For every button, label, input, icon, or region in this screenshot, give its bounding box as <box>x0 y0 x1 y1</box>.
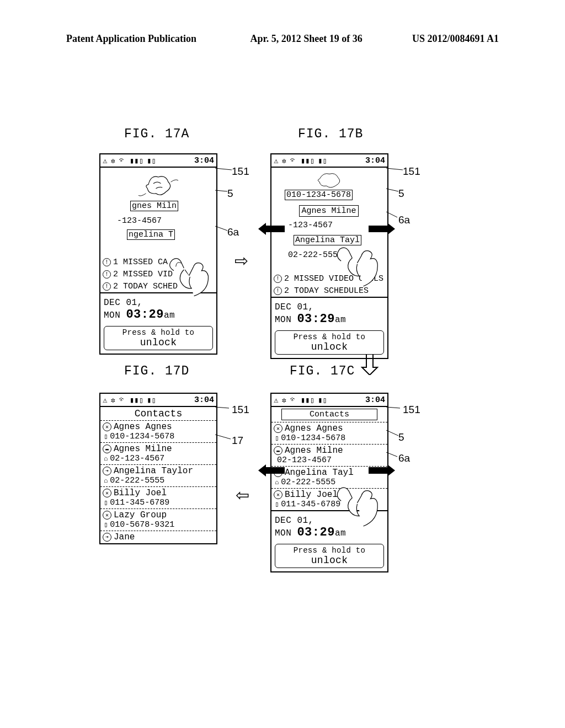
svg-line-7 <box>215 435 231 439</box>
signal-icon: ▮▮▯ <box>301 395 315 405</box>
phone-screen-17a: ⚠ ✲ ᯤ ▮▮▯ ▮▯ 3:04 gnes Miln -123-4567 ng… <box>99 153 217 355</box>
contact-row[interactable]: ▬Agnes Milne02-123-4567 <box>271 445 387 467</box>
battery-icon: ▮▯ <box>147 395 156 405</box>
status-time: 3:04 <box>194 395 214 405</box>
wifi-icon: ᯤ <box>119 395 126 404</box>
contact-phone: 011-345-6789 <box>281 500 340 509</box>
svg-line-9 <box>386 430 398 436</box>
status-time: 3:04 <box>365 156 385 165</box>
expand-arrow-right-c <box>369 464 395 477</box>
call-status-icon: ✕ <box>103 489 111 497</box>
number-1: 010-1234-5678 <box>285 190 353 200</box>
svg-line-3 <box>386 168 403 170</box>
call-status-icon: ✕ <box>274 424 282 433</box>
contact-row[interactable]: ➔Angelina Taylor⌂02-222-5555 <box>100 465 216 487</box>
svg-line-6 <box>215 407 229 408</box>
contact-name: Angelina Taylor <box>114 466 193 476</box>
figure-label-17c: FIG. 17C <box>290 364 355 378</box>
contacts-title-box: Contacts <box>281 409 377 420</box>
unlock-button[interactable]: Press & hold to unlock <box>275 544 384 568</box>
unlock-button[interactable]: Press & hold to unlock <box>104 326 213 350</box>
contact-row[interactable]: ▬Agnes Milne⌂02-123-4567 <box>100 443 216 465</box>
phone-screen-17c: ⚠ ✲ ᯤ ▮▮▯ ▮▯ 3:04 Contacts ✕Agnes Agnes▯… <box>270 393 388 572</box>
transition-arrow-left: ⇦ <box>236 485 249 505</box>
alert-icon: ! <box>103 270 111 279</box>
contact-row[interactable]: ➔Jane <box>100 531 216 543</box>
call-status-icon: ➔ <box>103 533 111 542</box>
svg-line-0 <box>215 168 232 170</box>
phone-type-icon: ▯ <box>275 500 279 508</box>
wifi-icon: ᯤ <box>119 156 126 165</box>
alert-icon: ! <box>103 282 111 291</box>
contact-row[interactable]: ✕Billy Joel▯011-345-6789 <box>100 487 216 509</box>
call-status-icon: ✕ <box>103 511 111 520</box>
svg-line-5 <box>386 212 397 217</box>
rose-illustration <box>271 168 387 190</box>
figure-label-17d: FIG. 17D <box>124 364 189 378</box>
phone-type-icon: ▯ <box>275 434 279 442</box>
bluetooth-icon: ✲ <box>110 156 115 165</box>
bluetooth-icon: ✲ <box>281 156 286 165</box>
warning-icon: ⚠ <box>103 395 107 405</box>
alert-icon: ! <box>274 275 282 283</box>
leader-lines-d <box>215 397 237 447</box>
bluetooth-icon: ✲ <box>110 395 115 405</box>
phone-type-icon: ▯ <box>104 521 108 529</box>
svg-line-1 <box>215 190 227 191</box>
header-mid: Apr. 5, 2012 Sheet 19 of 36 <box>228 33 412 45</box>
number-3: 02-222-5555 <box>288 250 343 260</box>
call-status-icon: ✕ <box>103 422 111 431</box>
schedule-row: !2 TODAY SCHEDULES <box>271 285 387 297</box>
contact-name: Angelina Tayl <box>285 468 354 478</box>
contact-phone: 010-5678-9321 <box>110 520 174 529</box>
alert-icon: ! <box>274 287 282 295</box>
header-right: US 2012/0084691 A1 <box>412 33 499 45</box>
svg-line-10 <box>386 452 397 457</box>
alert-icon: ! <box>103 258 111 266</box>
wifi-icon: ᯤ <box>290 156 297 165</box>
contact-name: Agnes Agnes <box>285 424 343 433</box>
call-status-icon: ✕ <box>274 490 282 499</box>
svg-line-4 <box>386 189 398 191</box>
page-header: Patent Application Publication Apr. 5, 2… <box>0 0 565 50</box>
contact-name: Agnes Milne <box>114 444 172 454</box>
contact-name: Agnes Agnes <box>114 422 172 432</box>
contact-phone: 02-222-5555 <box>281 478 335 487</box>
contact-row[interactable]: ✕Billy Joel▯011-345-6789 <box>271 489 387 510</box>
call-status-icon: ➔ <box>103 467 111 475</box>
warning-icon: ⚠ <box>103 156 107 165</box>
bluetooth-icon: ✲ <box>281 395 286 405</box>
phone-type-icon: ▯ <box>104 499 108 507</box>
figure-label-17a: FIG. 17A <box>124 127 189 141</box>
contact-row[interactable]: ✕Agnes Agnes▯010-1234-5678 <box>100 421 216 443</box>
figure-label-17b: FIG. 17B <box>298 127 363 141</box>
expand-arrow-left-c <box>258 464 285 477</box>
date-time: DEC 01, MON 03:29am <box>271 297 387 329</box>
battery-icon: ▮▯ <box>147 156 156 165</box>
expand-arrow-left <box>258 223 285 235</box>
schedule-row: !2 TODAY SCHED <box>100 280 216 292</box>
callers-overlay-a: gnes Miln -123-4567 ngelina T <box>100 201 216 256</box>
contact-phone: 02-123-4567 <box>277 456 332 465</box>
wifi-icon: ᯤ <box>290 395 297 404</box>
signal-icon: ▮▮▯ <box>130 395 143 405</box>
contact-row[interactable]: ✕Agnes Agnes▯010-1234-5678 <box>271 422 387 445</box>
svg-line-2 <box>215 226 227 231</box>
contact-phone: 010-1234-5678 <box>110 432 174 441</box>
name-2: Angelina Tayl <box>294 235 361 245</box>
warning-icon: ⚠ <box>274 395 278 405</box>
date-time: DEC 01, MON 03:29am <box>100 292 216 325</box>
phone-screen-17b: ⚠ ✲ ᯤ ▮▮▯ ▮▯ 3:04 010-1234-5678 Agnes Mi… <box>270 153 388 359</box>
contact-name: Billy Joel <box>285 490 338 500</box>
leader-lines-c <box>386 397 406 469</box>
svg-line-8 <box>386 407 400 408</box>
status-bar: ⚠ ✲ ᯤ ▮▮▯ ▮▯ 3:04 <box>100 394 216 407</box>
number-fragment: -123-4567 <box>117 216 162 226</box>
battery-icon: ▮▯ <box>318 395 327 405</box>
unlock-button[interactable]: Press & hold to unlock <box>275 330 384 355</box>
phone-type-icon: ⌂ <box>275 479 279 486</box>
leader-lines-b <box>386 160 406 232</box>
contact-phone: 02-222-5555 <box>110 476 164 485</box>
contact-row[interactable]: ✕Lazy Group▯010-5678-9321 <box>100 509 216 531</box>
name-1: Agnes Milne <box>299 205 359 217</box>
